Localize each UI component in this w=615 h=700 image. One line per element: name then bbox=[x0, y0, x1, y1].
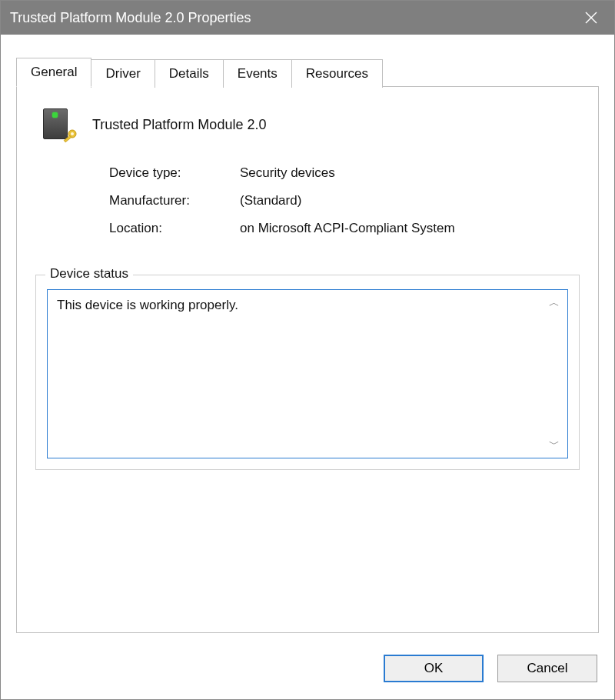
manufacturer-row: Manufacturer: (Standard) bbox=[109, 193, 580, 208]
dialog-content: General Driver Details Events Resources … bbox=[1, 35, 614, 641]
device-name: Trusted Platform Module 2.0 bbox=[92, 117, 266, 133]
tab-strip: General Driver Details Events Resources bbox=[16, 58, 599, 86]
svg-rect-4 bbox=[64, 135, 71, 142]
location-label: Location: bbox=[109, 221, 240, 236]
properties-dialog: Trusted Platform Module 2.0 Properties G… bbox=[0, 0, 615, 700]
device-info: Device type: Security devices Manufactur… bbox=[109, 165, 580, 248]
svg-point-3 bbox=[71, 132, 74, 135]
close-icon bbox=[585, 12, 597, 24]
location-row: Location: on Microsoft ACPI-Compliant Sy… bbox=[109, 221, 580, 236]
close-button[interactable] bbox=[568, 1, 614, 35]
device-type-row: Device type: Security devices bbox=[109, 165, 580, 181]
device-header: Trusted Platform Module 2.0 bbox=[40, 107, 580, 142]
device-status-group: Device status This device is working pro… bbox=[35, 275, 580, 470]
scroll-up-icon[interactable]: ︿ bbox=[549, 296, 560, 310]
tab-events[interactable]: Events bbox=[223, 59, 292, 88]
scroll-down-icon[interactable]: ﹀ bbox=[549, 438, 560, 452]
tab-resources[interactable]: Resources bbox=[291, 59, 383, 88]
title-bar: Trusted Platform Module 2.0 Properties bbox=[1, 1, 614, 35]
device-status-textbox[interactable]: This device is working properly. ︿ ﹀ bbox=[47, 289, 568, 458]
device-type-label: Device type: bbox=[109, 165, 240, 181]
tab-general[interactable]: General bbox=[16, 58, 91, 87]
manufacturer-label: Manufacturer: bbox=[109, 193, 240, 208]
tpm-device-icon bbox=[40, 107, 75, 142]
window-title: Trusted Platform Module 2.0 Properties bbox=[10, 10, 251, 26]
manufacturer-value: (Standard) bbox=[240, 193, 301, 208]
general-panel: Trusted Platform Module 2.0 Device type:… bbox=[16, 86, 599, 633]
device-type-value: Security devices bbox=[240, 165, 335, 181]
location-value: on Microsoft ACPI-Compliant System bbox=[240, 221, 455, 236]
ok-button[interactable]: OK bbox=[384, 655, 484, 682]
device-status-text: This device is working properly. bbox=[57, 298, 238, 312]
tab-driver[interactable]: Driver bbox=[91, 59, 155, 88]
dialog-buttons: OK Cancel bbox=[1, 641, 614, 699]
tab-details[interactable]: Details bbox=[155, 59, 224, 88]
device-status-legend: Device status bbox=[45, 266, 133, 282]
cancel-button[interactable]: Cancel bbox=[497, 655, 597, 682]
